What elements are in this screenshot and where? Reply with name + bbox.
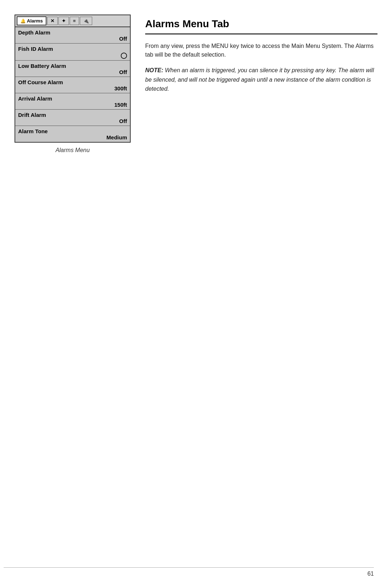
off-course-alarm-value: 300ft — [18, 85, 127, 91]
menu-item-off-course-alarm[interactable]: Off Course Alarm 300ft — [15, 77, 130, 93]
drift-alarm-value: Off — [18, 118, 127, 124]
menu-widget: 🔔 Alarms ✕ ✦ ≡ 🔌 Depth Alarm — [15, 15, 131, 143]
menu-item-alarm-tone[interactable]: Alarm Tone Medium — [15, 126, 130, 142]
note-body: When an alarm is triggered, you can sile… — [145, 67, 374, 92]
arrival-alarm-label: Arrival Alarm — [18, 95, 127, 102]
tab-filter[interactable]: ✕ — [47, 17, 58, 25]
right-panel: Alarms Menu Tab From any view, press the… — [145, 15, 377, 573]
tab-alarms[interactable]: 🔔 Alarms — [17, 16, 46, 25]
off-course-alarm-label: Off Course Alarm — [18, 79, 127, 85]
depth-alarm-value: Off — [18, 36, 127, 42]
alarm-tone-label: Alarm Tone — [18, 128, 127, 134]
menu-item-depth-alarm[interactable]: Depth Alarm Off — [15, 27, 130, 44]
arrival-alarm-value: 150ft — [18, 102, 127, 108]
menu-caption: Alarms Menu — [15, 147, 131, 154]
menu-item-drift-alarm[interactable]: Drift Alarm Off — [15, 110, 130, 126]
menu-item-low-battery-alarm[interactable]: Low Battery Alarm Off — [15, 61, 130, 77]
drift-alarm-label: Drift Alarm — [18, 112, 127, 118]
power-icon: 🔌 — [83, 18, 89, 24]
alarm-tab-icon: 🔔 — [20, 19, 26, 24]
fish-id-alarm-label: Fish ID Alarm — [18, 46, 127, 52]
alarm-tone-value: Medium — [18, 134, 127, 140]
menu-tab-bar: 🔔 Alarms ✕ ✦ ≡ 🔌 — [15, 15, 130, 27]
tab-settings[interactable]: ✦ — [58, 17, 69, 25]
settings-icon: ✦ — [62, 18, 66, 24]
low-battery-alarm-label: Low Battery Alarm — [18, 63, 127, 69]
alarm-tab-label: Alarms — [27, 18, 43, 24]
menu-item-arrival-alarm[interactable]: Arrival Alarm 150ft — [15, 93, 130, 110]
note-paragraph: NOTE: When an alarm is triggered, you ca… — [145, 66, 377, 94]
filter-icon: ✕ — [50, 18, 54, 24]
menu-lines-icon: ≡ — [73, 18, 76, 24]
tab-power[interactable]: 🔌 — [80, 17, 92, 25]
page-number: 61 — [367, 571, 374, 577]
fish-id-alarm-value: ◯ — [18, 52, 127, 59]
menu-item-fish-id-alarm[interactable]: Fish ID Alarm ◯ — [15, 44, 130, 61]
left-panel: 🔔 Alarms ✕ ✦ ≡ 🔌 Depth Alarm — [15, 15, 131, 573]
note-label: NOTE: — [145, 67, 163, 73]
low-battery-alarm-value: Off — [18, 69, 127, 75]
depth-alarm-label: Depth Alarm — [18, 29, 127, 36]
description-paragraph: From any view, press the MENU key twice … — [145, 42, 377, 59]
page-title: Alarms Menu Tab — [145, 18, 377, 34]
tab-menu[interactable]: ≡ — [70, 17, 79, 25]
page-footer: 61 — [4, 567, 374, 577]
